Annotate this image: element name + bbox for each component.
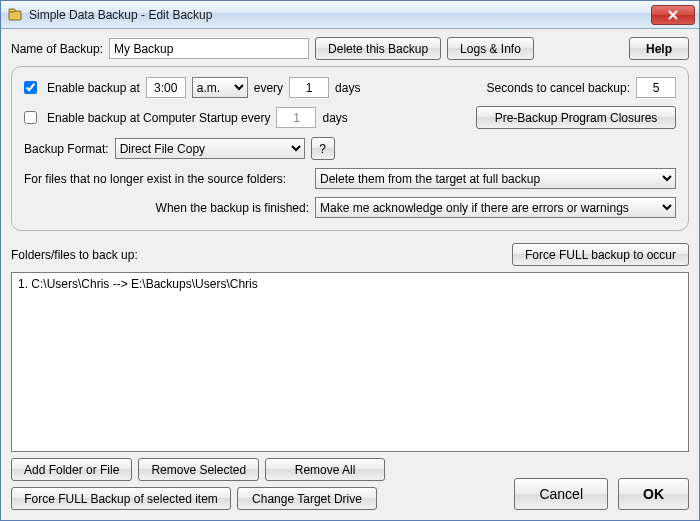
when-finished-select[interactable]: Make me acknowledge only if there are er… [315,197,676,218]
close-button[interactable] [651,5,695,25]
when-finished-label: When the backup is finished: [24,201,309,215]
folders-listbox[interactable]: 1. C:\Users\Chris --> E:\Backups\Users\C… [11,272,689,452]
help-button[interactable]: Help [629,37,689,60]
remove-all-button[interactable]: Remove All [265,458,385,481]
enable-startup-label: Enable backup at Computer Startup every [47,111,270,125]
folders-header-row: Folders/files to back up: Force FULL bac… [11,243,689,266]
name-row: Name of Backup: Delete this Backup Logs … [11,37,689,60]
add-folder-button[interactable]: Add Folder or File [11,458,132,481]
svg-rect-1 [9,9,15,12]
seconds-cancel-label: Seconds to cancel backup: [487,81,630,95]
force-full-backup-button[interactable]: Force FULL backup to occur [512,243,689,266]
when-finished-row: When the backup is finished: Make me ack… [24,197,676,218]
startup-every-input [276,107,316,128]
format-help-button[interactable]: ? [311,137,335,160]
enable-time-checkbox[interactable] [24,81,37,94]
startup-days-label: days [322,111,347,125]
folders-label: Folders/files to back up: [11,248,138,262]
every-days-input[interactable] [289,77,329,98]
content-area: Name of Backup: Delete this Backup Logs … [1,29,699,520]
enable-startup-row: Enable backup at Computer Startup every … [24,106,676,129]
enable-startup-checkbox[interactable] [24,111,37,124]
every-label: every [254,81,283,95]
window-frame: Simple Data Backup - Edit Backup Name of… [0,0,700,521]
time-input[interactable] [146,77,186,98]
logs-info-button[interactable]: Logs & Info [447,37,534,60]
left-actions: Add Folder or File Remove Selected Remov… [11,458,385,510]
backup-format-select[interactable]: Direct File Copy [115,138,305,159]
force-full-selected-button[interactable]: Force FULL Backup of selected item [11,487,231,510]
deleted-files-select[interactable]: Delete them from the target at full back… [315,168,676,189]
list-item[interactable]: 1. C:\Users\Chris --> E:\Backups\Users\C… [18,277,682,291]
name-label: Name of Backup: [11,42,103,56]
ampm-select[interactable]: a.m. [192,77,248,98]
bottom-actions: Add Folder or File Remove Selected Remov… [11,458,689,510]
backup-name-input[interactable] [109,38,309,59]
titlebar: Simple Data Backup - Edit Backup [1,1,699,29]
pre-backup-closures-button[interactable]: Pre-Backup Program Closures [476,106,676,129]
seconds-cancel-input[interactable] [636,77,676,98]
days-label: days [335,81,360,95]
deleted-files-label: For files that no longer exist in the so… [24,172,309,186]
deleted-files-row: For files that no longer exist in the so… [24,168,676,189]
backup-format-label: Backup Format: [24,142,109,156]
remove-selected-button[interactable]: Remove Selected [138,458,259,481]
enable-time-row: Enable backup at a.m. every days Seconds… [24,77,676,98]
app-icon [7,7,23,23]
enable-time-label: Enable backup at [47,81,140,95]
window-title: Simple Data Backup - Edit Backup [29,8,649,22]
cancel-button[interactable]: Cancel [514,478,608,510]
change-target-drive-button[interactable]: Change Target Drive [237,487,377,510]
delete-backup-button[interactable]: Delete this Backup [315,37,441,60]
ok-button[interactable]: OK [618,478,689,510]
format-row: Backup Format: Direct File Copy ? [24,137,676,160]
schedule-group: Enable backup at a.m. every days Seconds… [11,66,689,231]
